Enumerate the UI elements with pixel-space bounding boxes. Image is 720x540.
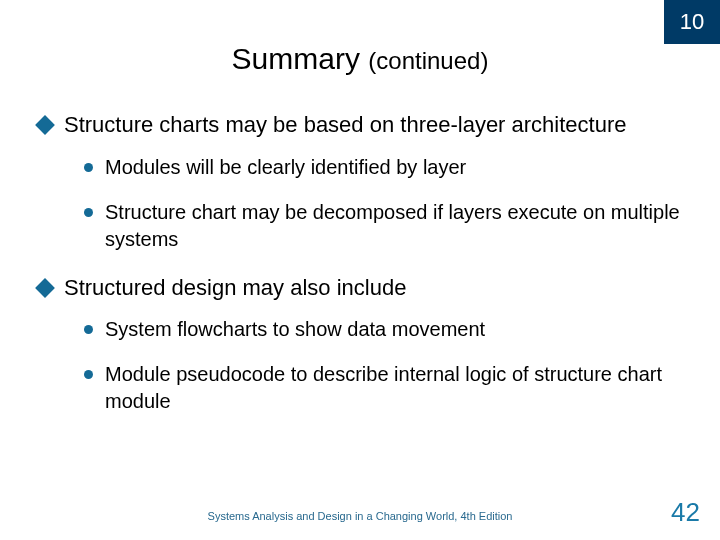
title-suffix: (continued) (368, 47, 488, 74)
sub-bullet-text: Structure chart may be decomposed if lay… (105, 199, 682, 253)
footer-text: Systems Analysis and Design in a Changin… (0, 510, 720, 522)
slide-title: Summary (continued) (0, 42, 720, 76)
sub-bullet-list: Modules will be clearly identified by la… (84, 154, 682, 253)
page-number: 42 (671, 497, 700, 528)
bullet-level2: Module pseudocode to describe internal l… (84, 361, 682, 415)
sub-bullet-list: System flowcharts to show data movement … (84, 316, 682, 415)
bullet-text: Structured design may also include (64, 273, 682, 303)
slide-content: Structure charts may be based on three-l… (38, 110, 682, 435)
bullet-level1: Structure charts may be based on three-l… (38, 110, 682, 140)
dot-bullet-icon (84, 370, 93, 379)
diamond-bullet-icon (35, 115, 55, 135)
bullet-level1: Structured design may also include (38, 273, 682, 303)
sub-bullet-text: Module pseudocode to describe internal l… (105, 361, 682, 415)
diamond-bullet-icon (35, 278, 55, 298)
chapter-number: 10 (680, 9, 704, 35)
sub-bullet-text: System flowcharts to show data movement (105, 316, 682, 343)
dot-bullet-icon (84, 163, 93, 172)
dot-bullet-icon (84, 208, 93, 217)
bullet-level2: System flowcharts to show data movement (84, 316, 682, 343)
sub-bullet-text: Modules will be clearly identified by la… (105, 154, 682, 181)
bullet-text: Structure charts may be based on three-l… (64, 110, 682, 140)
dot-bullet-icon (84, 325, 93, 334)
title-main: Summary (232, 42, 360, 75)
bullet-level2: Modules will be clearly identified by la… (84, 154, 682, 181)
bullet-level2: Structure chart may be decomposed if lay… (84, 199, 682, 253)
chapter-badge: 10 (664, 0, 720, 44)
